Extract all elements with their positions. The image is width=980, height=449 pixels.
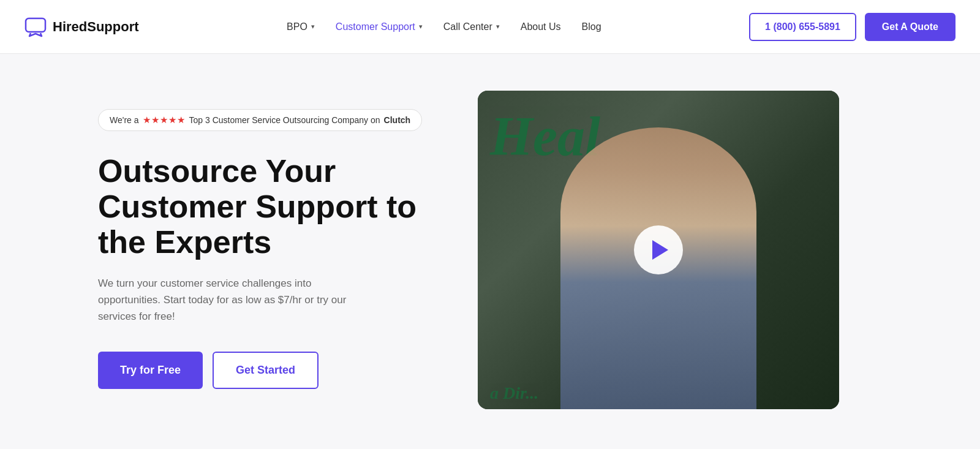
hero-cta-group: Try for Free Get Started [98, 352, 441, 389]
chevron-down-icon: ▾ [419, 23, 423, 31]
nav-customer-support[interactable]: Customer Support ▾ [327, 17, 431, 37]
rating-badge: We're a ★★★★★ Top 3 Customer Service Out… [98, 109, 422, 131]
hero-title: Outsource Your Customer Support to the E… [98, 153, 441, 260]
get-quote-button[interactable]: Get A Quote [865, 13, 956, 41]
chevron-down-icon: ▾ [496, 23, 500, 31]
badge-brand: Clutch [384, 115, 411, 125]
phone-button[interactable]: 1 (800) 655-5891 [749, 13, 856, 41]
main-nav: BPO ▾ Customer Support ▾ Call Center ▾ A… [278, 17, 610, 37]
video-container[interactable]: Heal a Dir... [478, 91, 839, 409]
hero-subtitle: We turn your customer service challenges… [98, 275, 368, 325]
try-for-free-button[interactable]: Try for Free [98, 352, 203, 389]
video-bottom-text: a Dir... [478, 383, 839, 403]
nav-call-center[interactable]: Call Center ▾ [435, 17, 508, 37]
play-icon [652, 240, 668, 260]
nav-blog[interactable]: Blog [573, 17, 610, 37]
chevron-down-icon: ▾ [311, 23, 315, 31]
hero-video-area: Heal a Dir... [478, 91, 931, 409]
star-rating: ★★★★★ [143, 115, 186, 126]
logo-text: HiredSupport [53, 19, 139, 35]
logo-icon [24, 16, 47, 38]
nav-bpo[interactable]: BPO ▾ [278, 17, 323, 37]
logo[interactable]: HiredSupport [24, 16, 139, 38]
hero-section: We're a ★★★★★ Top 3 Customer Service Out… [0, 54, 980, 449]
badge-prefix: We're a [110, 115, 139, 125]
hero-content: We're a ★★★★★ Top 3 Customer Service Out… [98, 91, 441, 389]
site-header: HiredSupport BPO ▾ Customer Support ▾ Ca… [0, 0, 980, 54]
svg-rect-0 [26, 18, 45, 32]
play-button[interactable] [634, 225, 683, 274]
header-actions: 1 (800) 655-5891 Get A Quote [749, 13, 956, 41]
nav-about-us[interactable]: About Us [512, 17, 570, 37]
get-started-button[interactable]: Get Started [213, 352, 318, 389]
badge-suffix: Top 3 Customer Service Outsourcing Compa… [189, 115, 380, 125]
